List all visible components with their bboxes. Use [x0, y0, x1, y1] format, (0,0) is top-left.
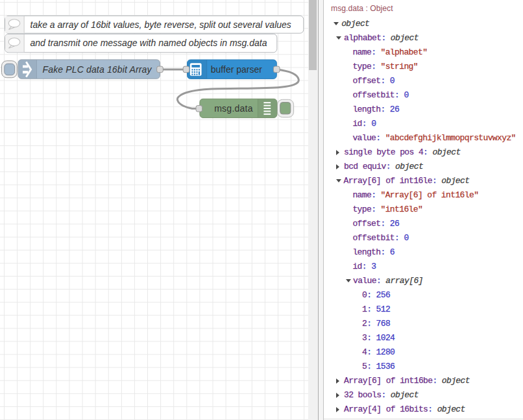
- svg-text:buffer parser: buffer parser: [211, 64, 262, 75]
- svg-text:Fake PLC data 16bit Array: Fake PLC data 16bit Array: [43, 64, 152, 75]
- svg-text:and transmit one message with: and transmit one message with named obje…: [30, 38, 267, 48]
- svg-text:take a array of 16bit values,: take a array of 16bit values, byte rever…: [30, 19, 291, 30]
- svg-text:msg.data: msg.data: [214, 103, 253, 114]
